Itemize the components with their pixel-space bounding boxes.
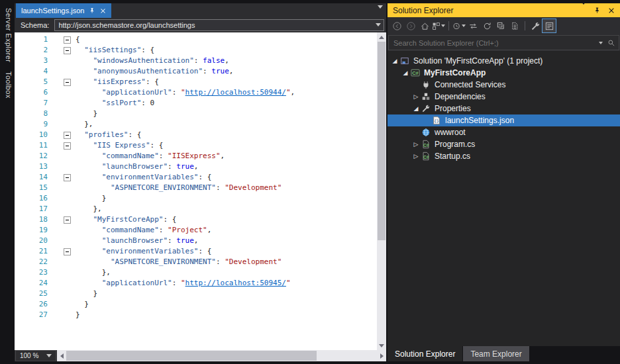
code-line[interactable]: 4 "anonymousAuthentication": true,	[15, 66, 377, 77]
code-line[interactable]: 8 }	[15, 109, 377, 119]
scroll-left-button[interactable]	[57, 351, 66, 361]
collapse-minus-icon[interactable]	[64, 216, 71, 224]
history-button[interactable]	[452, 19, 466, 32]
close-icon[interactable]	[100, 8, 106, 14]
scroll-down-button[interactable]	[377, 341, 386, 350]
tree-item[interactable]: Connected Services	[388, 79, 620, 91]
collapse-minus-icon[interactable]	[64, 36, 71, 44]
code-area[interactable]: 1{2 "iisSettings": {3 "windowsAuthentica…	[15, 32, 377, 350]
tab-launchsettings-json[interactable]: launchSettings.json	[16, 3, 111, 18]
code-line[interactable]: 1{	[15, 34, 377, 45]
fold-collapse-control[interactable]	[64, 246, 74, 257]
code-line[interactable]: 27}	[15, 310, 377, 320]
code-line[interactable]: 13 "launchBrowser": true,	[15, 161, 377, 172]
code-line[interactable]: 15 "ASPNETCORE_ENVIRONMENT": "Developmen…	[15, 183, 377, 193]
tree-item[interactable]: ▷Dependencies	[388, 91, 620, 103]
fold-collapse-control[interactable]	[64, 77, 74, 87]
collapse-minus-icon[interactable]	[64, 142, 71, 150]
code-hyperlink[interactable]: http://localhost:50945/	[185, 279, 286, 287]
search-input[interactable]	[392, 38, 594, 48]
code-line[interactable]: 25 }	[15, 289, 377, 299]
refresh-button[interactable]	[480, 19, 493, 32]
code-line[interactable]: 14 "environmentVariables": {	[15, 172, 377, 183]
editor-vertical-scrollbar[interactable]	[377, 32, 386, 350]
code-line[interactable]: 17 },	[15, 204, 377, 214]
tree-item[interactable]: ◢Properties	[388, 103, 620, 114]
tool-window-tab-team-explorer[interactable]: Team Explorer	[463, 346, 529, 361]
code-line[interactable]: 21 "environmentVariables": {	[15, 246, 377, 257]
home-button[interactable]	[418, 19, 431, 32]
editor-horizontal-scrollbar[interactable]	[57, 350, 386, 361]
code-line[interactable]: 3 "windowsAuthentication": false,	[15, 56, 377, 66]
chevron-down-icon[interactable]	[599, 42, 603, 44]
code-token: :	[168, 236, 176, 245]
solution-explorer-title-bar[interactable]: Solution Explorer	[388, 3, 620, 17]
code-line[interactable]: 19 "commandName": "Project",	[15, 225, 377, 236]
code-line[interactable]: 22 "ASPNETCORE_ENVIRONMENT": "Developmen…	[15, 257, 377, 267]
tree-item[interactable]: ◢Solution 'MyFirstCoreApp' (1 project)	[388, 55, 620, 67]
code-hyperlink[interactable]: http://localhost:50944/	[185, 88, 286, 97]
fold-collapse-control[interactable]	[64, 172, 74, 183]
code-token	[76, 56, 93, 65]
code-line[interactable]: 9 },	[15, 119, 377, 130]
code-line[interactable]: 11 "IIS Express": {	[15, 140, 377, 151]
side-tab-server-explorer[interactable]: Server Explorer	[2, 8, 13, 62]
code-line[interactable]: 20 "launchBrowser": true,	[15, 236, 377, 246]
code-token	[76, 77, 93, 86]
tree-item-label: Program.cs	[435, 140, 475, 149]
pin-icon[interactable]	[89, 7, 95, 14]
fold-collapse-control[interactable]	[64, 140, 74, 151]
tree-item[interactable]: ▷C#Startup.cs	[388, 150, 620, 162]
search-field[interactable]	[388, 35, 619, 50]
vertical-scrollbar-thumb[interactable]	[378, 42, 386, 240]
collapse-minus-icon[interactable]	[64, 248, 71, 255]
code-line[interactable]: 23 },	[15, 267, 377, 278]
collapse-minus-icon[interactable]	[64, 47, 71, 54]
collapse-minus-icon[interactable]	[64, 79, 71, 86]
collapse-minus-icon[interactable]	[64, 132, 71, 139]
code-line[interactable]: 2 "iisSettings": {	[15, 45, 377, 56]
tree-item[interactable]: ▷C#Program.cs	[388, 138, 620, 150]
show-all-files-button[interactable]	[508, 19, 521, 32]
collapse-minus-icon[interactable]	[64, 174, 71, 181]
scroll-up-button[interactable]	[377, 32, 386, 42]
fold-collapse-control[interactable]	[64, 34, 74, 45]
code-line[interactable]: 26 }	[15, 299, 377, 310]
fold-collapse-control[interactable]	[64, 45, 74, 56]
expanded-expander-icon[interactable]: ◢	[390, 55, 399, 67]
properties-button[interactable]	[529, 19, 542, 32]
window-position-button[interactable]	[581, 5, 586, 17]
collapse-all-button[interactable]	[494, 19, 507, 32]
back-button[interactable]	[390, 19, 403, 32]
code-line[interactable]: 24 "applicationUrl": "http://localhost:5…	[15, 278, 377, 289]
code-line[interactable]: 16 }	[15, 193, 377, 204]
tree-item[interactable]: {}launchSettings.json	[388, 114, 620, 126]
collapsed-expander-icon[interactable]: ▷	[411, 91, 421, 103]
tree-item[interactable]: ◢C#MyFirstCoreApp	[388, 67, 620, 79]
fold-collapse-control[interactable]	[64, 214, 74, 225]
tree-item[interactable]: wwwroot	[388, 126, 620, 138]
switch-views-button[interactable]	[432, 19, 445, 32]
tool-window-tab-solution-explorer[interactable]: Solution Explorer	[388, 346, 462, 361]
pin-icon[interactable]	[594, 7, 601, 14]
code-line[interactable]: 5 "iisExpress": {	[15, 77, 377, 87]
expanded-expander-icon[interactable]: ◢	[411, 103, 421, 114]
fold-collapse-control[interactable]	[64, 130, 74, 140]
scroll-right-button[interactable]	[377, 351, 386, 361]
schema-combobox[interactable]: http://json.schemastore.org/launchsettin…	[54, 19, 384, 31]
collapsed-expander-icon[interactable]: ▷	[411, 138, 421, 150]
code-line[interactable]: 12 "commandName": "IISExpress",	[15, 151, 377, 161]
forward-button[interactable]	[404, 19, 417, 32]
sync-with-active-document-button[interactable]	[466, 19, 480, 32]
horizontal-scrollbar-thumb[interactable]	[66, 351, 317, 361]
side-tab-toolbox[interactable]: Toolbox	[2, 71, 13, 99]
code-line[interactable]: 18 "MyFirstCoreApp": {	[15, 214, 377, 225]
close-icon[interactable]	[608, 7, 615, 14]
expanded-expander-icon[interactable]: ◢	[401, 67, 410, 79]
collapsed-expander-icon[interactable]: ▷	[411, 150, 421, 162]
code-line[interactable]: 10 "profiles": {	[15, 130, 377, 140]
zoom-selector[interactable]: 100 %	[15, 350, 56, 361]
code-line[interactable]: 6 "applicationUrl": "http://localhost:50…	[15, 87, 377, 98]
code-line[interactable]: 7 "sslPort": 0	[15, 98, 377, 109]
preview-selected-items-button[interactable]	[542, 19, 556, 32]
